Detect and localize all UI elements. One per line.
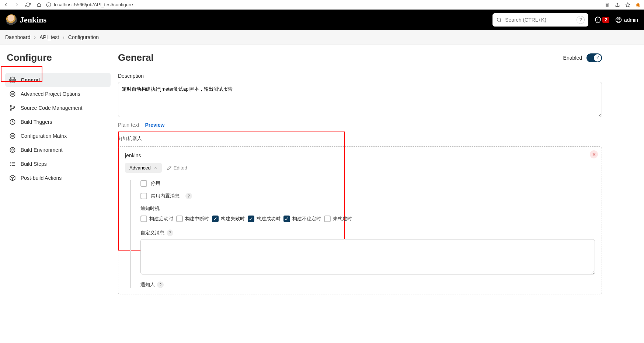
svg-point-14	[10, 109, 11, 111]
star-icon[interactable]	[625, 2, 631, 8]
sidebar-item-label: Configuration Matrix	[21, 133, 67, 139]
timing-notbuilt-label: 未构建时	[333, 216, 352, 222]
sidebar-item-label: Advanced Project Options	[21, 91, 80, 97]
jenkins-logo[interactable]: Jenkins	[6, 14, 46, 25]
timing-options: 构建启动时 构建中断时 ✓ 构建失败时 ✓ 构建成功时 ✓ 构建不稳定时 未构建…	[140, 216, 595, 222]
search-box[interactable]: ?	[492, 13, 588, 27]
chevron-right-icon: ›	[34, 34, 36, 40]
config-sidebar: Configure General Advanced Project Optio…	[5, 52, 111, 294]
svg-point-9	[618, 18, 620, 20]
custom-msg-label: 自定义消息	[140, 230, 164, 236]
description-textarea[interactable]	[118, 82, 602, 117]
sidebar-item-label: Build Triggers	[21, 119, 52, 125]
url-text[interactable]: localhost:5566/job/API_test/configure	[54, 2, 133, 7]
user-menu[interactable]: admin	[615, 17, 638, 23]
gear-icon	[9, 76, 16, 84]
breadcrumb-dashboard[interactable]: Dashboard	[5, 34, 31, 40]
custom-msg-textarea[interactable]	[140, 239, 595, 274]
timing-abort-label: 构建中断时	[185, 216, 209, 222]
brand-text: Jenkins	[20, 15, 46, 25]
breadcrumb: Dashboard › API_test › Configuration	[0, 30, 644, 45]
svg-point-17	[12, 135, 14, 137]
reload-icon[interactable]	[25, 2, 31, 8]
chevron-right-icon: ›	[63, 34, 65, 40]
breadcrumb-job[interactable]: API_test	[39, 34, 59, 40]
back-icon[interactable]	[3, 2, 9, 8]
share-icon[interactable]	[615, 2, 620, 8]
svg-line-5	[500, 21, 501, 22]
notify-timing-label: 通知时机	[140, 205, 595, 212]
sidebar-item-advanced[interactable]: Advanced Project Options	[5, 87, 111, 101]
disable-builtin-checkbox[interactable]	[140, 193, 147, 199]
svg-point-7	[598, 21, 598, 21]
globe-icon	[9, 146, 16, 154]
search-help-icon[interactable]: ?	[577, 16, 585, 24]
enabled-toggle[interactable]: ✓	[586, 53, 602, 62]
sidebar-item-env[interactable]: Build Environment	[5, 143, 111, 157]
preview-link[interactable]: Preview	[145, 122, 164, 128]
sidebar-item-label: Build Steps	[21, 161, 47, 167]
content-area: General Enabled ✓ Description Plain text…	[118, 52, 639, 294]
timing-fail-label: 构建失败时	[221, 216, 245, 222]
disable-label: 停用	[151, 180, 160, 187]
robot-section-title: 钉钉机器人	[118, 135, 602, 142]
advanced-button[interactable]: Advanced	[125, 163, 162, 173]
edited-indicator: Edited	[167, 165, 187, 171]
advanced-label: Advanced	[129, 165, 151, 171]
sidebar-item-general[interactable]: General	[5, 73, 111, 87]
sidebar-item-postbuild[interactable]: Post-build Actions	[5, 171, 111, 185]
disable-builtin-label: 禁用内置消息	[151, 193, 180, 199]
chevron-up-icon	[153, 166, 157, 170]
timing-success-label: 构建成功时	[257, 216, 281, 222]
info-icon[interactable]	[46, 2, 52, 8]
home-icon[interactable]	[36, 2, 42, 8]
jenkins-mascot-icon	[6, 14, 17, 25]
search-input[interactable]	[505, 17, 574, 23]
shield-icon	[594, 16, 602, 24]
close-icon[interactable]: ✕	[590, 150, 598, 158]
sidebar-item-scm[interactable]: Source Code Management	[5, 101, 111, 115]
clock-icon	[9, 118, 16, 126]
timing-success-checkbox[interactable]: ✓	[248, 216, 254, 222]
svg-point-13	[10, 105, 11, 106]
translate-icon[interactable]: 🖥	[604, 2, 610, 8]
svg-point-18	[10, 133, 15, 139]
timing-abort-checkbox[interactable]	[176, 216, 183, 222]
timing-start-checkbox[interactable]	[140, 216, 147, 222]
sidebar-item-steps[interactable]: Build Steps	[5, 157, 111, 171]
breadcrumb-config[interactable]: Configuration	[68, 34, 99, 40]
username: admin	[624, 17, 638, 23]
branch-icon	[9, 104, 16, 112]
gear-icon	[9, 90, 16, 98]
svg-point-10	[12, 79, 14, 81]
gear-icon	[9, 132, 16, 140]
timing-unstable-label: 构建不稳定时	[292, 216, 321, 222]
security-alerts[interactable]: 2	[594, 16, 609, 24]
svg-point-12	[10, 91, 15, 97]
svg-point-15	[14, 106, 15, 108]
svg-marker-3	[626, 3, 630, 7]
help-icon[interactable]: ?	[167, 230, 173, 236]
alert-count-badge: 2	[602, 17, 609, 23]
timing-start-label: 构建启动时	[149, 216, 173, 222]
sidebar-item-triggers[interactable]: Build Triggers	[5, 115, 111, 129]
extension-icon[interactable]: ◉	[635, 2, 641, 8]
robot-config-box: ✕ jenkins Advanced Edited 停用	[118, 146, 602, 294]
help-icon[interactable]: ?	[185, 193, 192, 199]
search-icon	[496, 17, 502, 23]
plain-text-label: Plain text	[118, 122, 139, 128]
disable-checkbox[interactable]	[140, 180, 147, 187]
pencil-icon	[167, 165, 172, 170]
sidebar-item-matrix[interactable]: Configuration Matrix	[5, 129, 111, 143]
help-icon[interactable]: ?	[157, 281, 164, 288]
jenkins-header: Jenkins ? 2 admin	[0, 10, 644, 30]
timing-fail-checkbox[interactable]: ✓	[212, 216, 219, 222]
package-icon	[9, 174, 16, 182]
user-icon	[615, 17, 622, 23]
svg-point-4	[497, 18, 501, 21]
timing-unstable-checkbox[interactable]: ✓	[283, 216, 290, 222]
notify-person-label: 通知人	[140, 281, 155, 288]
svg-point-11	[12, 93, 14, 95]
timing-notbuilt-checkbox[interactable]	[324, 216, 331, 222]
forward-icon[interactable]	[14, 2, 20, 8]
